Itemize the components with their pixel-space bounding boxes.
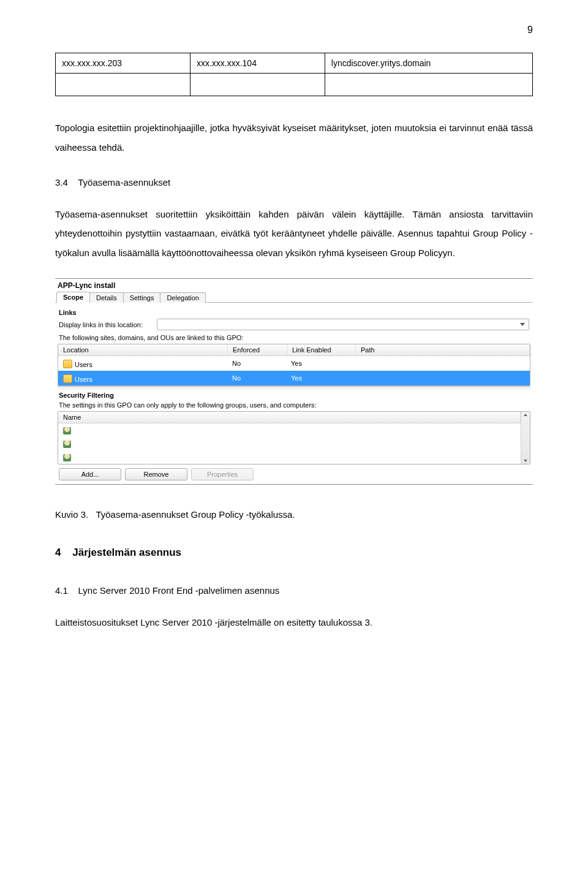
folder-icon — [63, 374, 72, 383]
tab-scope[interactable]: Scope — [56, 292, 90, 303]
folder-icon — [63, 360, 72, 368]
figure-caption: Kuvio 3. Työasema-asennukset Group Polic… — [55, 509, 533, 520]
col-enforced[interactable]: Enforced — [228, 344, 287, 355]
body-paragraph: Laitteistosuositukset Lync Server 2010 -… — [55, 613, 533, 632]
col-link-enabled[interactable]: Link Enabled — [287, 344, 356, 355]
cell: xxx.xxx.xxx.104 — [190, 53, 325, 74]
cell — [354, 377, 530, 379]
col-location[interactable]: Location — [58, 344, 228, 355]
cell: No — [227, 358, 286, 368]
cell: Users — [75, 361, 92, 368]
gpo-panel: APP-Lync install Scope Details Settings … — [55, 278, 533, 485]
list-row[interactable] — [58, 437, 521, 450]
tab-strip: Scope Details Settings Delegation — [55, 291, 533, 303]
cell: Yes — [286, 373, 354, 383]
links-note: The following sites, domains, and OUs ar… — [59, 334, 529, 341]
body-paragraph: Työasema-asennukset suoritettiin yksiköi… — [55, 205, 533, 263]
list-row[interactable] — [58, 423, 521, 437]
group-icon — [63, 454, 71, 461]
ip-table: xxx.xxx.xxx.203 xxx.xxx.xxx.104 lyncdisc… — [55, 53, 533, 96]
remove-button[interactable]: Remove — [125, 468, 187, 480]
heading-4: 4 Järjestelmän asennus — [55, 547, 533, 559]
list-row[interactable]: Users No Yes — [58, 356, 530, 371]
security-filtering-label: Security Filtering — [59, 392, 529, 399]
cell: No — [227, 373, 286, 383]
links-listbox[interactable]: Location Enforced Link Enabled Path User… — [58, 344, 530, 386]
security-filtering-listbox[interactable]: Name — [58, 411, 530, 464]
cell: Users — [75, 376, 92, 383]
tab-delegation[interactable]: Delegation — [160, 292, 206, 303]
cell: lyncdiscover.yritys.domain — [325, 53, 532, 74]
group-icon — [63, 441, 71, 448]
col-name[interactable]: Name — [58, 412, 521, 423]
add-button[interactable]: Add... — [59, 468, 121, 480]
body-paragraph: Topologia esitettiin projektinohjaajille… — [55, 118, 533, 157]
links-location-label: Display links in this location: — [59, 321, 157, 328]
col-path[interactable]: Path — [356, 344, 530, 355]
list-row[interactable]: Users No Yes — [58, 371, 530, 385]
list-row[interactable] — [58, 450, 521, 464]
group-icon — [63, 427, 71, 434]
splitter[interactable] — [58, 386, 530, 389]
section-heading-41: 4.1 Lync Server 2010 Front End -palvelim… — [55, 581, 533, 601]
section-heading-34: 3.4 Työasema-asennukset — [55, 173, 533, 192]
scroll-down-icon — [524, 460, 527, 462]
page-number: 9 — [55, 25, 533, 36]
tab-details[interactable]: Details — [89, 292, 124, 303]
scroll-up-icon — [524, 414, 527, 416]
gpo-title: APP-Lync install — [55, 279, 533, 291]
tab-settings[interactable]: Settings — [123, 292, 161, 303]
scrollbar[interactable] — [521, 412, 530, 464]
cell: xxx.xxx.xxx.203 — [56, 53, 190, 74]
properties-button[interactable]: Properties — [191, 468, 254, 480]
security-filtering-note: The settings in this GPO can only apply … — [59, 401, 529, 409]
links-location-combo[interactable] — [157, 319, 529, 330]
cell: Yes — [286, 358, 354, 368]
links-section-label: Links — [59, 309, 529, 316]
cell — [354, 362, 530, 365]
